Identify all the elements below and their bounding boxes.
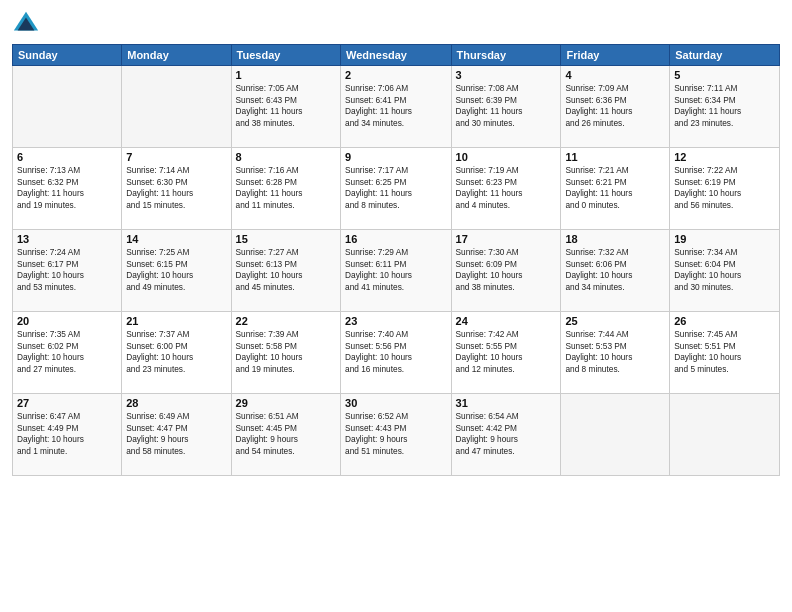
logo-icon	[12, 10, 40, 38]
calendar-cell: 25Sunrise: 7:44 AM Sunset: 5:53 PM Dayli…	[561, 312, 670, 394]
calendar-cell: 13Sunrise: 7:24 AM Sunset: 6:17 PM Dayli…	[13, 230, 122, 312]
calendar-cell: 17Sunrise: 7:30 AM Sunset: 6:09 PM Dayli…	[451, 230, 561, 312]
day-info: Sunrise: 7:29 AM Sunset: 6:11 PM Dayligh…	[345, 247, 447, 293]
day-number: 10	[456, 151, 557, 163]
calendar-cell: 6Sunrise: 7:13 AM Sunset: 6:32 PM Daylig…	[13, 148, 122, 230]
day-number: 7	[126, 151, 226, 163]
day-number: 24	[456, 315, 557, 327]
day-number: 13	[17, 233, 117, 245]
day-info: Sunrise: 7:32 AM Sunset: 6:06 PM Dayligh…	[565, 247, 665, 293]
day-number: 16	[345, 233, 447, 245]
day-number: 2	[345, 69, 447, 81]
day-number: 6	[17, 151, 117, 163]
weekday-header: Thursday	[451, 45, 561, 66]
calendar-cell: 7Sunrise: 7:14 AM Sunset: 6:30 PM Daylig…	[122, 148, 231, 230]
day-info: Sunrise: 7:06 AM Sunset: 6:41 PM Dayligh…	[345, 83, 447, 129]
day-info: Sunrise: 7:37 AM Sunset: 6:00 PM Dayligh…	[126, 329, 226, 375]
day-info: Sunrise: 7:17 AM Sunset: 6:25 PM Dayligh…	[345, 165, 447, 211]
calendar-week-row: 27Sunrise: 6:47 AM Sunset: 4:49 PM Dayli…	[13, 394, 780, 476]
calendar-week-row: 13Sunrise: 7:24 AM Sunset: 6:17 PM Dayli…	[13, 230, 780, 312]
day-number: 29	[236, 397, 336, 409]
weekday-header: Saturday	[670, 45, 780, 66]
day-info: Sunrise: 6:52 AM Sunset: 4:43 PM Dayligh…	[345, 411, 447, 457]
day-number: 15	[236, 233, 336, 245]
calendar-cell: 30Sunrise: 6:52 AM Sunset: 4:43 PM Dayli…	[341, 394, 452, 476]
calendar-cell: 21Sunrise: 7:37 AM Sunset: 6:00 PM Dayli…	[122, 312, 231, 394]
page: SundayMondayTuesdayWednesdayThursdayFrid…	[0, 0, 792, 612]
day-number: 4	[565, 69, 665, 81]
day-info: Sunrise: 7:19 AM Sunset: 6:23 PM Dayligh…	[456, 165, 557, 211]
day-number: 30	[345, 397, 447, 409]
day-info: Sunrise: 7:13 AM Sunset: 6:32 PM Dayligh…	[17, 165, 117, 211]
day-number: 9	[345, 151, 447, 163]
calendar-cell: 28Sunrise: 6:49 AM Sunset: 4:47 PM Dayli…	[122, 394, 231, 476]
day-info: Sunrise: 7:08 AM Sunset: 6:39 PM Dayligh…	[456, 83, 557, 129]
day-info: Sunrise: 7:24 AM Sunset: 6:17 PM Dayligh…	[17, 247, 117, 293]
calendar-week-row: 1Sunrise: 7:05 AM Sunset: 6:43 PM Daylig…	[13, 66, 780, 148]
day-info: Sunrise: 7:14 AM Sunset: 6:30 PM Dayligh…	[126, 165, 226, 211]
day-number: 12	[674, 151, 775, 163]
calendar-week-row: 20Sunrise: 7:35 AM Sunset: 6:02 PM Dayli…	[13, 312, 780, 394]
calendar-cell: 19Sunrise: 7:34 AM Sunset: 6:04 PM Dayli…	[670, 230, 780, 312]
weekday-header: Friday	[561, 45, 670, 66]
day-number: 26	[674, 315, 775, 327]
calendar-cell: 9Sunrise: 7:17 AM Sunset: 6:25 PM Daylig…	[341, 148, 452, 230]
day-number: 3	[456, 69, 557, 81]
day-info: Sunrise: 7:40 AM Sunset: 5:56 PM Dayligh…	[345, 329, 447, 375]
day-info: Sunrise: 6:49 AM Sunset: 4:47 PM Dayligh…	[126, 411, 226, 457]
calendar-cell: 10Sunrise: 7:19 AM Sunset: 6:23 PM Dayli…	[451, 148, 561, 230]
day-number: 17	[456, 233, 557, 245]
day-info: Sunrise: 7:05 AM Sunset: 6:43 PM Dayligh…	[236, 83, 336, 129]
day-number: 27	[17, 397, 117, 409]
calendar-cell: 5Sunrise: 7:11 AM Sunset: 6:34 PM Daylig…	[670, 66, 780, 148]
calendar-cell: 2Sunrise: 7:06 AM Sunset: 6:41 PM Daylig…	[341, 66, 452, 148]
day-info: Sunrise: 7:39 AM Sunset: 5:58 PM Dayligh…	[236, 329, 336, 375]
day-info: Sunrise: 7:34 AM Sunset: 6:04 PM Dayligh…	[674, 247, 775, 293]
calendar-cell: 24Sunrise: 7:42 AM Sunset: 5:55 PM Dayli…	[451, 312, 561, 394]
day-number: 5	[674, 69, 775, 81]
day-number: 21	[126, 315, 226, 327]
calendar-header-row: SundayMondayTuesdayWednesdayThursdayFrid…	[13, 45, 780, 66]
day-info: Sunrise: 7:35 AM Sunset: 6:02 PM Dayligh…	[17, 329, 117, 375]
calendar-cell: 3Sunrise: 7:08 AM Sunset: 6:39 PM Daylig…	[451, 66, 561, 148]
day-number: 20	[17, 315, 117, 327]
calendar-cell: 1Sunrise: 7:05 AM Sunset: 6:43 PM Daylig…	[231, 66, 340, 148]
day-number: 18	[565, 233, 665, 245]
day-info: Sunrise: 7:11 AM Sunset: 6:34 PM Dayligh…	[674, 83, 775, 129]
weekday-header: Wednesday	[341, 45, 452, 66]
logo	[12, 10, 44, 38]
day-info: Sunrise: 7:09 AM Sunset: 6:36 PM Dayligh…	[565, 83, 665, 129]
calendar-cell: 16Sunrise: 7:29 AM Sunset: 6:11 PM Dayli…	[341, 230, 452, 312]
calendar-cell	[122, 66, 231, 148]
day-number: 31	[456, 397, 557, 409]
day-number: 8	[236, 151, 336, 163]
calendar-week-row: 6Sunrise: 7:13 AM Sunset: 6:32 PM Daylig…	[13, 148, 780, 230]
day-number: 14	[126, 233, 226, 245]
day-info: Sunrise: 6:47 AM Sunset: 4:49 PM Dayligh…	[17, 411, 117, 457]
calendar-cell	[13, 66, 122, 148]
day-number: 1	[236, 69, 336, 81]
calendar-cell: 22Sunrise: 7:39 AM Sunset: 5:58 PM Dayli…	[231, 312, 340, 394]
day-number: 23	[345, 315, 447, 327]
day-number: 19	[674, 233, 775, 245]
calendar-table: SundayMondayTuesdayWednesdayThursdayFrid…	[12, 44, 780, 476]
calendar-cell: 12Sunrise: 7:22 AM Sunset: 6:19 PM Dayli…	[670, 148, 780, 230]
weekday-header: Sunday	[13, 45, 122, 66]
calendar-cell: 31Sunrise: 6:54 AM Sunset: 4:42 PM Dayli…	[451, 394, 561, 476]
day-number: 22	[236, 315, 336, 327]
day-info: Sunrise: 7:42 AM Sunset: 5:55 PM Dayligh…	[456, 329, 557, 375]
day-number: 28	[126, 397, 226, 409]
calendar-cell: 4Sunrise: 7:09 AM Sunset: 6:36 PM Daylig…	[561, 66, 670, 148]
day-number: 11	[565, 151, 665, 163]
calendar-cell: 20Sunrise: 7:35 AM Sunset: 6:02 PM Dayli…	[13, 312, 122, 394]
day-info: Sunrise: 7:21 AM Sunset: 6:21 PM Dayligh…	[565, 165, 665, 211]
weekday-header: Tuesday	[231, 45, 340, 66]
calendar-cell: 29Sunrise: 6:51 AM Sunset: 4:45 PM Dayli…	[231, 394, 340, 476]
calendar-cell: 18Sunrise: 7:32 AM Sunset: 6:06 PM Dayli…	[561, 230, 670, 312]
day-info: Sunrise: 7:27 AM Sunset: 6:13 PM Dayligh…	[236, 247, 336, 293]
day-info: Sunrise: 7:16 AM Sunset: 6:28 PM Dayligh…	[236, 165, 336, 211]
day-info: Sunrise: 7:25 AM Sunset: 6:15 PM Dayligh…	[126, 247, 226, 293]
calendar-cell: 8Sunrise: 7:16 AM Sunset: 6:28 PM Daylig…	[231, 148, 340, 230]
calendar-cell: 11Sunrise: 7:21 AM Sunset: 6:21 PM Dayli…	[561, 148, 670, 230]
calendar-cell	[670, 394, 780, 476]
